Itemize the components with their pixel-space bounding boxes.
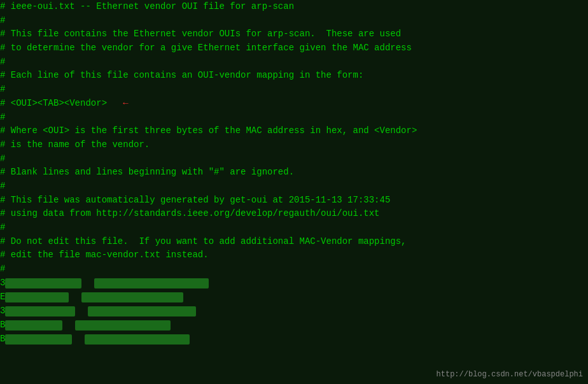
- line-15: # This file was automatically generated …: [0, 194, 588, 208]
- line-5: #: [0, 55, 588, 69]
- line-2: #: [0, 14, 588, 28]
- data-prefix-5: B: [0, 332, 5, 346]
- data-row-5: B: [0, 332, 588, 346]
- line-11: # is the name of the vendor.: [0, 138, 588, 152]
- blur-cell-4a: [5, 320, 62, 331]
- data-row-3: 3: [0, 304, 588, 318]
- line-20: #: [0, 262, 588, 276]
- data-row-1: 3: [0, 276, 588, 290]
- blur-cell-1a: [5, 278, 81, 288]
- line-18: # Do not edit this file. If you want to …: [0, 235, 588, 249]
- data-row-2: E: [0, 290, 588, 304]
- blur-cell-5b: [85, 334, 190, 345]
- line-10: # Where <OUI> is the first three bytes o…: [0, 124, 588, 138]
- line-17: #: [0, 221, 588, 235]
- line-19: # edit the file mac-vendor.txt instead.: [0, 248, 588, 262]
- blur-cell-4b: [75, 320, 171, 331]
- line-1: # ieee-oui.txt -- Ethernet vendor OUI fi…: [0, 0, 588, 14]
- data-prefix-2: E: [0, 290, 5, 304]
- blur-cell-2a: [5, 292, 69, 302]
- blur-cell-3a: [5, 306, 75, 316]
- line-12: #: [0, 152, 588, 166]
- url-watermark: http://blog.csdn.net/vbaspdelphi: [437, 370, 583, 379]
- blur-cell-2b: [81, 292, 183, 302]
- line-14: #: [0, 180, 588, 194]
- blur-cell-5a: [5, 334, 72, 345]
- data-prefix-4: B: [0, 318, 5, 332]
- line-9: #: [0, 111, 588, 125]
- line-8: # <OUI><TAB><Vendor> ←: [0, 97, 588, 111]
- arrow-indicator: ←: [123, 98, 128, 108]
- line-7: #: [0, 83, 588, 97]
- blur-cell-3b: [88, 306, 196, 316]
- blur-cell-1b: [94, 278, 209, 288]
- line-16: # using data from http://standards.ieee.…: [0, 207, 588, 221]
- data-prefix-3: 3: [0, 304, 5, 318]
- line-4: # to determine the vendor for a give Eth…: [0, 41, 588, 55]
- line-3: # This file contains the Ethernet vendor…: [0, 27, 588, 41]
- line-13: # Blank lines and lines beginning with "…: [0, 166, 588, 180]
- data-prefix-1: 3: [0, 276, 5, 290]
- terminal-window: # ieee-oui.txt -- Ethernet vendor OUI fi…: [0, 0, 588, 384]
- line-6: # Each line of this file contains an OUI…: [0, 69, 588, 83]
- data-row-4: B: [0, 318, 588, 332]
